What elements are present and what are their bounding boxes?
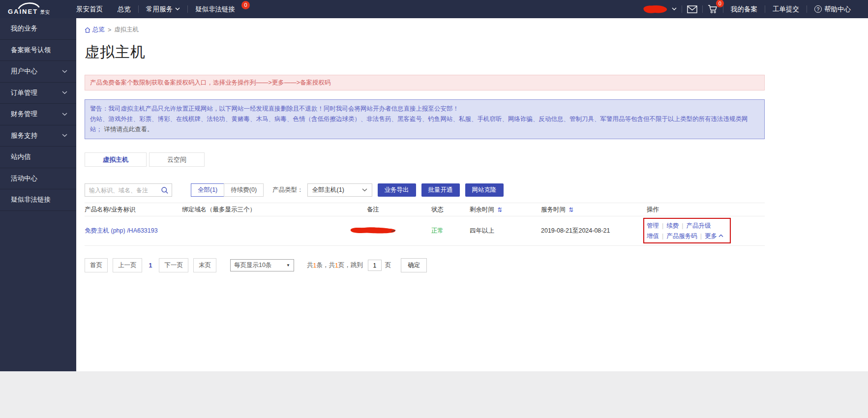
product-type-label: 产品类型： <box>272 186 303 194</box>
table-header-row: 产品名称/业务标识 绑定域名（最多显示三个） 备注 状态 剩余时间 ⇅ 服务时间… <box>85 203 765 216</box>
nav-item-help-center[interactable]: ? 帮助中心 <box>807 0 858 18</box>
summary-text: 条，共 <box>316 261 335 269</box>
col-header-remark: 备注 <box>315 206 431 214</box>
sidebar-item-order-management[interactable]: 订单管理 <box>0 83 76 104</box>
nav-item-home[interactable]: 景安首页 <box>69 0 110 18</box>
page-next-button[interactable]: 下一页 <box>159 258 188 272</box>
action-separator: | <box>662 233 663 239</box>
action-upgrade-link[interactable]: 产品升级 <box>687 222 711 229</box>
warning-notice-box: 警告：我司虚拟主机产品只允许放置正规网站，以下网站一经发现直接删除且不退款！同时… <box>85 99 765 139</box>
nav-item-services[interactable]: 常用服务 <box>139 0 187 18</box>
filter-renew-button[interactable]: 待续费(0) <box>224 183 264 197</box>
nav-item-illegal-links[interactable]: 疑似非法链接 0 <box>188 0 253 18</box>
sidebar-item-activity-center[interactable]: 活动中心 <box>0 168 76 190</box>
sidebar-item-label: 我的业务 <box>11 24 37 33</box>
breadcrumb-overview-label: 总览 <box>92 26 105 34</box>
help-icon: ? <box>814 5 822 13</box>
product-type-select[interactable]: 全部主机(1) <box>307 183 372 197</box>
product-name-link[interactable]: 免费主机 (php) /HA633193 <box>85 227 158 234</box>
sidebar-item-site-messages[interactable]: 站内信 <box>0 147 76 168</box>
action-value-added-link[interactable]: 增值 <box>647 233 659 239</box>
page-unit-label: 页 <box>385 261 391 269</box>
sort-icon[interactable]: ⇅ <box>497 206 503 213</box>
nav-item-overview[interactable]: 总览 <box>110 0 138 18</box>
search-input[interactable] <box>85 187 157 194</box>
cart-button[interactable]: 0 <box>703 4 723 14</box>
user-account-menu[interactable] <box>635 3 682 15</box>
sidebar-item-my-business[interactable]: 我的业务 <box>0 18 76 40</box>
action-separator: | <box>700 233 702 239</box>
top-nav: GAINET 景安 景安首页 总览 常用服务 疑似非法链接 0 0 我的备 <box>0 0 868 18</box>
illegal-links-count-badge: 0 <box>241 1 250 9</box>
product-type-value: 全部主机(1) <box>312 186 344 194</box>
help-center-label: 帮助中心 <box>824 0 851 18</box>
action-more-link[interactable]: 更多 <box>705 233 723 239</box>
sidebar-item-label: 服务支持 <box>11 131 37 140</box>
nav-right-group: 0 我的备案 工单提交 ? 帮助中心 <box>635 0 868 18</box>
table-row: 免费主机 (php) /HA633193 正常 四年以上 2019-08-21至… <box>85 216 765 246</box>
main-content: 总览 > 虚拟主机 虚拟主机 产品免费备案个数限制获取备案授权码入口，选择业务操… <box>76 18 868 371</box>
action-renew-link[interactable]: 续费 <box>666 222 679 229</box>
current-page-number: 1 <box>149 262 152 269</box>
chevron-down-icon <box>175 7 180 11</box>
pagination-bar: 首页 上一页 1 下一页 末页 每页显示10条 ▼ 共1条，共1页，跳到 页 确… <box>85 258 765 272</box>
col-header-actions: 操作 <box>637 206 765 214</box>
tab-bar: 虚拟主机 云空间 <box>85 152 765 167</box>
sidebar-item-finance-management[interactable]: 财务管理 <box>0 104 76 125</box>
nav-item-ticket-submit[interactable]: 工单提交 <box>765 0 807 18</box>
my-beian-label: 我的备案 <box>731 0 757 18</box>
sidebar-item-label: 备案账号认领 <box>11 46 51 55</box>
col-header-domain: 绑定域名（最多显示三个） <box>182 206 315 214</box>
tab-cloud-space[interactable]: 云空间 <box>149 152 205 167</box>
breadcrumb-current: 虚拟主机 <box>114 26 139 34</box>
search-icon[interactable] <box>161 186 169 196</box>
sidebar-item-user-center[interactable]: 用户中心 <box>0 61 76 83</box>
gainet-logo[interactable]: GAINET 景安 <box>0 2 69 16</box>
pagination-summary: 共1条，共1页，跳到 <box>307 261 363 269</box>
business-export-button[interactable]: 业务导出 <box>378 183 416 197</box>
dropdown-triangle-icon: ▼ <box>286 263 290 268</box>
sidebar-item-beian-claim[interactable]: 备案账号认领 <box>0 40 76 61</box>
sort-icon[interactable]: ⇅ <box>568 206 574 213</box>
warning-detail-link[interactable]: 详情请点此查看。 <box>104 126 153 133</box>
action-separator: | <box>682 222 683 229</box>
sidebar: 我的业务 备案账号认领 用户中心 订单管理 财务管理 服务支持 站内信 活动中心… <box>0 18 76 371</box>
sidebar-item-label: 用户中心 <box>11 67 37 76</box>
hosts-table: 产品名称/业务标识 绑定域名（最多显示三个） 备注 状态 剩余时间 ⇅ 服务时间… <box>85 203 765 246</box>
filter-all-button[interactable]: 全部(1) <box>191 183 224 197</box>
chevron-down-icon <box>62 113 67 116</box>
sidebar-item-illegal-links[interactable]: 疑似非法链接 <box>0 189 76 211</box>
page-last-button[interactable]: 末页 <box>193 258 216 272</box>
page-prev-button[interactable]: 上一页 <box>113 258 142 272</box>
chevron-down-icon <box>62 70 67 73</box>
summary-text: 共 <box>307 261 313 269</box>
jump-page-input[interactable] <box>368 260 382 271</box>
per-page-value: 每页显示10条 <box>234 261 271 269</box>
tab-virtual-host[interactable]: 虚拟主机 <box>85 152 147 167</box>
sidebar-item-label: 财务管理 <box>11 110 37 119</box>
redacted-remark-scribble <box>348 226 398 235</box>
chevron-up-icon <box>718 234 723 238</box>
sidebar-item-label: 站内信 <box>11 152 31 161</box>
action-manage-link[interactable]: 管理 <box>647 222 659 229</box>
chevron-down-icon <box>62 91 67 94</box>
nav-item-my-beian[interactable]: 我的备案 <box>723 0 765 18</box>
action-separator: | <box>662 222 663 229</box>
per-page-select[interactable]: 每页显示10条 ▼ <box>230 259 294 271</box>
home-icon <box>85 27 90 33</box>
sidebar-item-service-support[interactable]: 服务支持 <box>0 125 76 147</box>
action-service-code-link[interactable]: 产品服务码 <box>666 233 697 239</box>
breadcrumb-overview-link[interactable]: 总览 <box>85 26 105 34</box>
page-first-button[interactable]: 首页 <box>85 258 108 272</box>
search-box <box>85 183 172 197</box>
chevron-down-icon <box>62 134 67 137</box>
chevron-down-icon <box>672 7 677 11</box>
breadcrumb: 总览 > 虚拟主机 <box>85 18 765 34</box>
chevron-down-icon <box>362 188 367 192</box>
batch-open-button[interactable]: 批量开通 <box>421 183 460 197</box>
confirm-button[interactable]: 确定 <box>401 258 427 272</box>
total-pages-count: 1 <box>335 262 338 269</box>
messages-button[interactable] <box>682 5 702 13</box>
envelope-icon <box>687 5 697 13</box>
site-clone-button[interactable]: 网站克隆 <box>465 183 504 197</box>
